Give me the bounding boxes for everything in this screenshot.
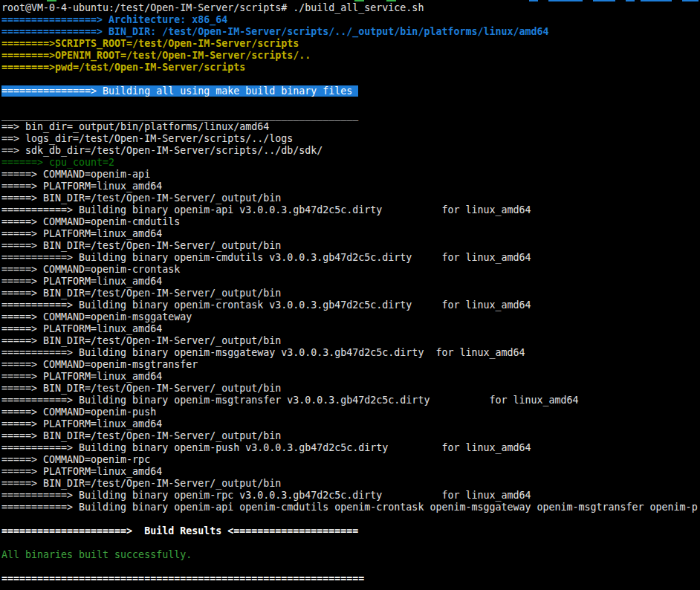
terminal-line: =====> PLATFORM=linux_amd64 [1, 418, 698, 430]
scrollback-fragment [548, 0, 583, 1]
terminal-line: =====> COMMAND=openim-crontask [1, 264, 698, 276]
terminal-line: =====> BIN_DIR=/test/Open-IM-Server/_out… [1, 240, 698, 252]
terminal-line [1, 561, 698, 573]
terminal-line: ________________________________________… [1, 109, 698, 121]
terminal-line: =====================> Build Results <==… [1, 525, 698, 537]
terminal-line: =====> PLATFORM=linux_amd64 [1, 466, 698, 478]
terminal-line-highlight: ===============> Building all using make… [1, 85, 698, 97]
terminal-line: ===========> Building binary openim-api … [1, 204, 698, 216]
terminal-line: ==> logs_dir=/test/Open-IM-Server/script… [1, 133, 698, 145]
terminal-line: root@VM-0-4-ubuntu:/test/Open-IM-Server/… [1, 2, 698, 14]
terminal-line: ===========> Building binary openim-msgg… [1, 347, 698, 359]
terminal-line [1, 513, 698, 525]
terminal-line: =====> BIN_DIR=/test/Open-IM-Server/_out… [1, 430, 698, 442]
scrollback-fragment [641, 0, 672, 1]
terminal-line: ===========> Building binary openim-cmdu… [1, 252, 698, 264]
terminal-line: ===========> Building binary openim-cron… [1, 299, 698, 311]
terminal-line: ======> cpu_count=2 [1, 157, 698, 169]
scrollback-fragment [354, 0, 364, 1]
terminal-line: ==> bin_dir=_output/bin/platforms/linux/… [1, 121, 698, 133]
terminal-line: =====> BIN_DIR=/test/Open-IM-Server/_out… [1, 478, 698, 490]
terminal-line: =====> COMMAND=openim-rpc [1, 454, 698, 466]
terminal-line: =====> BIN_DIR=/test/Open-IM-Server/_out… [1, 192, 698, 204]
terminal-line: ================> BIN_DIR: /test/Open-IM… [1, 26, 698, 38]
terminal-line: =====> PLATFORM=linux_amd64 [1, 276, 698, 288]
terminal-line: ===========> Building binary openim-api … [1, 502, 698, 513]
terminal-line: =====> PLATFORM=linux_amd64 [1, 323, 698, 335]
terminal-line [1, 97, 698, 109]
terminal-line: ================> Architecture: x86_64 [1, 14, 698, 26]
terminal-line: ========>OPENIM_ROOT=/test/Open-IM-Serve… [1, 50, 698, 62]
terminal-line: ========>pwd=/test/Open-IM-Server/script… [1, 62, 698, 74]
terminal-line: ========>SCRIPTS_ROOT=/test/Open-IM-Serv… [1, 38, 698, 50]
terminal-line: All binaries built successfully. [1, 549, 698, 561]
terminal-screen: root@VM-0-4-ubuntu:/test/Open-IM-Server/… [0, 0, 700, 590]
scrollback-fragment [593, 0, 615, 1]
terminal-line [1, 537, 698, 549]
scrollback-fragment [529, 0, 538, 1]
terminal-line: =====> PLATFORM=linux_amd64 [1, 181, 698, 192]
terminal-line: =====> COMMAND=openim-cmdutils [1, 216, 698, 228]
terminal-line: ===========> Building binary openim-msgt… [1, 395, 698, 406]
terminal-line: =====> BIN_DIR=/test/Open-IM-Server/_out… [1, 335, 698, 347]
terminal-line: =====> PLATFORM=linux_amd64 [1, 371, 698, 383]
scrollback-fragment [626, 0, 635, 1]
terminal-line: =====> COMMAND=openim-push [1, 406, 698, 418]
terminal-line: =====> PLATFORM=linux_amd64 [1, 228, 698, 240]
scrollback-fragment [47, 0, 56, 1]
terminal-output: root@VM-0-4-ubuntu:/test/Open-IM-Server/… [1, 2, 698, 585]
terminal-line: ==> sdk_db_dir=/test/Open-IM-Server/scri… [1, 145, 698, 157]
terminal-line: =====> BIN_DIR=/test/Open-IM-Server/_out… [1, 288, 698, 299]
terminal-line: ===========> Building binary openim-push… [1, 442, 698, 454]
terminal-line: =====> COMMAND=openim-api [1, 169, 698, 181]
terminal-line: =====> COMMAND=openim-msgtransfer [1, 359, 698, 371]
terminal-line: ===========> Building binary openim-rpc … [1, 490, 698, 502]
scrollback-fragment [386, 0, 396, 1]
scrollback-fragment [682, 0, 699, 1]
terminal-line [1, 74, 698, 85]
terminal-line: =====> BIN_DIR=/test/Open-IM-Server/_out… [1, 383, 698, 395]
terminal-line: =====> COMMAND=openim-msggateway [1, 311, 698, 323]
terminal-line: ========================================… [1, 573, 698, 585]
